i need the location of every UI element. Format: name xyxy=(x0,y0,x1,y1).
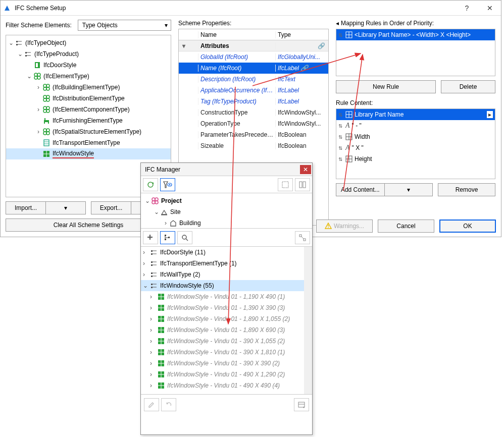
ifc-type-category[interactable]: ›IfcWallType (2) xyxy=(141,269,312,280)
tree-mode-button[interactable] xyxy=(160,231,175,244)
rule-content-list[interactable]: ⇅Library Part Name▸⇅A" - "⇅Width⇅A" X "⇅… xyxy=(336,108,495,179)
tree-caret-icon[interactable]: ⌄ xyxy=(144,197,151,204)
tree-item[interactable]: ⌄(IfcElementType) xyxy=(6,71,171,82)
ifc-type-instance[interactable]: ›IfcWindowStyle - Vindu 01 - 490 X 1,290… xyxy=(141,369,312,380)
tree-caret-icon[interactable]: › xyxy=(143,271,150,278)
reorder-handle-icon[interactable]: ⇅ xyxy=(338,145,343,151)
tree-item[interactable]: IfcTransportElementType xyxy=(6,137,171,148)
rule-content-item[interactable]: ⇅Height xyxy=(336,153,495,165)
property-row[interactable]: Description (IfcRoot)IfcText xyxy=(179,74,328,85)
add-node-button[interactable] xyxy=(143,231,158,244)
help-button[interactable]: ? xyxy=(456,1,478,15)
property-row[interactable]: SizeableIfcBoolean xyxy=(179,140,328,151)
item-menu-icon[interactable]: ▸ xyxy=(487,111,493,118)
edit-button[interactable] xyxy=(144,398,159,411)
ifc-type-category[interactable]: ⌄IfcWindowStyle (55) xyxy=(141,280,312,291)
cancel-button[interactable]: Cancel xyxy=(378,220,434,233)
tree-caret-icon[interactable]: › xyxy=(150,304,157,311)
reorder-handle-icon[interactable]: ⇅ xyxy=(338,134,343,140)
mapping-rules-list[interactable]: ⇅<Library Part Name> - <Width> X <Height… xyxy=(336,29,495,76)
tree-caret-icon[interactable]: › xyxy=(150,349,157,356)
filter-view-button[interactable] xyxy=(160,178,175,191)
rule-content-item[interactable]: ⇅A" X " xyxy=(336,142,495,153)
panel-options-button[interactable] xyxy=(294,398,309,411)
expand-mode-button[interactable] xyxy=(295,231,310,244)
ifc-type-list[interactable]: ›IfcDoorStyle (11)›IfcTransportElementTy… xyxy=(141,247,312,394)
tree-caret-icon[interactable]: › xyxy=(150,326,157,334)
ifc-type-instance[interactable]: ›IfcWindowStyle - Vindu 01 - 1,890 X 1,0… xyxy=(141,313,312,324)
tree-caret-icon[interactable]: › xyxy=(143,260,150,267)
ifc-type-instance[interactable]: ›IfcWindowStyle - Vindu 01 - 1,390 X 390… xyxy=(141,302,312,313)
tree-item[interactable]: IfcDistributionElementType xyxy=(6,93,171,104)
ifc-type-category[interactable]: ›IfcDoorStyle (11) xyxy=(141,247,312,258)
add-content-button[interactable]: Add Content... xyxy=(336,183,385,196)
filter-combo[interactable]: Type Objects ▾ xyxy=(78,20,171,31)
ifc-type-instance[interactable]: ›IfcWindowStyle - Vindu 01 - 1,890 X 690… xyxy=(141,324,312,336)
scrollbar[interactable] xyxy=(304,247,312,394)
tree-item[interactable]: IfcFurnishingElementType xyxy=(6,115,171,126)
close-button[interactable]: ✕ xyxy=(478,1,501,15)
tree-item[interactable]: ›(IfcBuildingElementType) xyxy=(6,82,171,93)
property-row[interactable]: ConstructionTypeIfcWindowStyl... xyxy=(179,107,328,118)
rule-content-item[interactable]: ⇅Width xyxy=(336,131,495,142)
new-rule-button[interactable]: New Rule xyxy=(336,80,436,93)
tree-caret-icon[interactable]: ⌄ xyxy=(143,282,150,289)
tree-caret-icon[interactable]: › xyxy=(143,249,150,256)
project-tree-item[interactable]: ⌄Project xyxy=(144,195,309,206)
ifc-type-instance[interactable]: ›IfcWindowStyle - Vindu 01 - 390 X 390 (… xyxy=(141,358,312,369)
reorder-handle-icon[interactable]: ⇅ xyxy=(338,32,343,38)
import-menu-arrow[interactable]: ▾ xyxy=(46,201,86,214)
ifc-type-category[interactable]: ›IfcTransportElementType (1) xyxy=(141,258,312,269)
mapping-collapse-icon[interactable]: ◂ xyxy=(336,20,339,27)
import-button[interactable]: Import... xyxy=(6,201,46,214)
undo-button[interactable] xyxy=(161,398,176,411)
ifc-manager-titlebar[interactable]: IFC Manager ✕ xyxy=(141,163,312,176)
tree-caret-icon[interactable]: › xyxy=(150,338,157,345)
tree-caret-icon[interactable]: › xyxy=(150,382,157,389)
remove-content-button[interactable]: Remove xyxy=(438,183,495,196)
tree-item[interactable]: IfcDoorStyle xyxy=(6,60,171,71)
export-button[interactable]: Export... xyxy=(91,201,131,214)
ifc-type-instance[interactable]: ›IfcWindowStyle - Vindu 01 - 390 X 1,810… xyxy=(141,347,312,358)
tree-caret-icon[interactable]: ⌄ xyxy=(17,50,23,58)
ifc-manager-close-button[interactable]: ✕ xyxy=(300,165,311,174)
project-tree[interactable]: ⌄Project⌄Site›Building xyxy=(141,193,312,229)
refresh-button[interactable] xyxy=(143,178,158,191)
property-row[interactable]: ApplicableOccurrence (IfcType...IfcLabel xyxy=(179,85,328,96)
tree-item[interactable]: ›(IfcElementComponentType) xyxy=(6,104,171,115)
tree-caret-icon[interactable]: › xyxy=(150,315,157,322)
tree-caret-icon[interactable]: ⌄ xyxy=(8,39,14,46)
tree-item[interactable]: ›(IfcSpatialStructureElementType) xyxy=(6,126,171,137)
mapping-rule-item[interactable]: ⇅<Library Part Name> - <Width> X <Height… xyxy=(336,29,495,40)
tree-caret-icon[interactable]: ⌄ xyxy=(26,73,32,80)
reorder-handle-icon[interactable]: ⇅ xyxy=(338,123,343,129)
add-content-menu-arrow[interactable]: ▾ xyxy=(385,183,433,196)
project-tree-item[interactable]: ⌄Site xyxy=(144,206,309,217)
tree-caret-icon[interactable]: › xyxy=(150,360,157,367)
ifc-type-instance[interactable]: ›IfcWindowStyle - Vindu 01 - 490 X 490 (… xyxy=(141,380,312,391)
property-row[interactable]: ParameterTakesPrecedenceIfcBoolean xyxy=(179,129,328,140)
delete-rule-button[interactable]: Delete xyxy=(441,80,495,93)
property-row[interactable]: Tag (IfcTypeProduct)IfcLabel xyxy=(179,96,328,107)
tree-caret-icon[interactable]: › xyxy=(35,84,41,91)
ifc-type-instance[interactable]: ›IfcWindowStyle - Vindu 01 - 390 X 1,055… xyxy=(141,336,312,347)
rule-content-item[interactable]: ⇅Library Part Name▸ xyxy=(336,109,495,120)
warnings-button[interactable]: Warnings... xyxy=(316,220,373,233)
tree-caret-icon[interactable]: ⌄ xyxy=(153,208,160,215)
tree-caret-icon[interactable]: › xyxy=(162,220,169,227)
property-row[interactable]: OperationTypeIfcWindowStyl... xyxy=(179,118,328,129)
tree-caret-icon[interactable]: › xyxy=(35,128,41,135)
project-tree-item[interactable]: ›Building xyxy=(144,217,309,229)
reorder-handle-icon[interactable]: ⇅ xyxy=(338,156,343,162)
search-button[interactable] xyxy=(177,231,192,244)
ifc-type-instance[interactable]: ›IfcWindowStyle - Vindu 01 - 1,190 X 490… xyxy=(141,291,312,302)
toolbar-scope-button[interactable] xyxy=(278,178,293,191)
property-row[interactable]: Name (IfcRoot)IfcLabel 🔗 xyxy=(179,63,328,74)
tree-item[interactable]: IfcWindowStyle xyxy=(6,148,171,159)
tree-caret-icon[interactable]: › xyxy=(35,106,41,113)
rule-content-item[interactable]: ⇅A" - " xyxy=(336,120,495,131)
group-attributes[interactable]: ▾ Attributes 🔗 xyxy=(179,40,328,51)
tree-caret-icon[interactable]: › xyxy=(150,293,157,300)
ok-button[interactable]: OK xyxy=(439,220,496,233)
tree-item[interactable]: ⌄(IfcTypeProduct) xyxy=(6,48,171,60)
